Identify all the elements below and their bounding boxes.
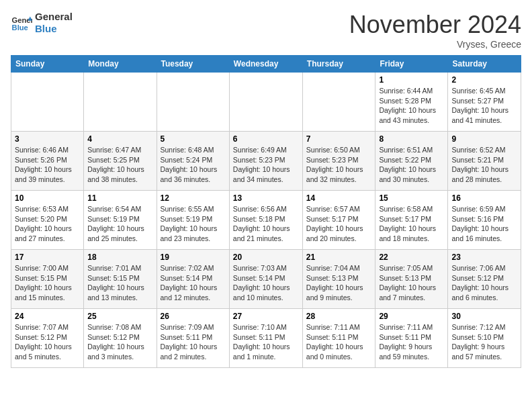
day-info: Sunrise: 7:09 AMSunset: 5:11 PMDaylight:… — [161, 322, 226, 362]
day-info: Sunrise: 6:50 AMSunset: 5:23 PMDaylight:… — [306, 145, 372, 185]
calendar-table: SundayMondayTuesdayWednesdayThursdayFrid… — [11, 55, 521, 368]
logo-blue: Blue — [35, 23, 73, 35]
calendar-cell: 5Sunrise: 6:48 AMSunset: 5:24 PMDaylight… — [157, 132, 229, 191]
calendar-week-row: 3Sunrise: 6:46 AMSunset: 5:26 PMDaylight… — [11, 132, 521, 191]
calendar-cell: 21Sunrise: 7:04 AMSunset: 5:13 PMDayligh… — [302, 250, 375, 309]
calendar-cell: 7Sunrise: 6:50 AMSunset: 5:23 PMDaylight… — [302, 132, 375, 191]
month-title: November 2024 — [349, 11, 521, 39]
day-number: 19 — [161, 253, 226, 262]
calendar-week-row: 24Sunrise: 7:07 AMSunset: 5:12 PMDayligh… — [11, 309, 521, 368]
svg-text:Blue: Blue — [12, 24, 28, 32]
calendar-cell: 19Sunrise: 7:02 AMSunset: 5:14 PMDayligh… — [157, 250, 229, 309]
day-info: Sunrise: 6:46 AMSunset: 5:26 PMDaylight:… — [15, 145, 80, 185]
day-number: 12 — [161, 193, 226, 203]
calendar-day-header: Thursday — [302, 56, 375, 73]
day-number: 15 — [379, 193, 444, 203]
calendar-week-row: 17Sunrise: 7:00 AMSunset: 5:15 PMDayligh… — [11, 250, 521, 309]
day-number: 23 — [451, 253, 517, 262]
logo-general: General — [35, 11, 73, 23]
day-number: 9 — [451, 134, 517, 144]
day-number: 29 — [379, 312, 444, 321]
calendar-week-row: 10Sunrise: 6:53 AMSunset: 5:20 PMDayligh… — [11, 191, 521, 250]
day-info: Sunrise: 7:04 AMSunset: 5:13 PMDaylight:… — [306, 263, 372, 303]
day-number: 11 — [87, 193, 152, 203]
calendar-cell: 4Sunrise: 6:47 AMSunset: 5:25 PMDaylight… — [84, 132, 157, 191]
day-number: 17 — [15, 253, 80, 262]
day-number: 20 — [233, 253, 299, 262]
day-info: Sunrise: 6:55 AMSunset: 5:19 PMDaylight:… — [161, 204, 226, 244]
day-info: Sunrise: 7:11 AMSunset: 5:11 PMDaylight:… — [379, 322, 444, 362]
calendar-cell: 20Sunrise: 7:03 AMSunset: 5:14 PMDayligh… — [229, 250, 302, 309]
day-number: 27 — [233, 312, 299, 321]
calendar-cell: 14Sunrise: 6:57 AMSunset: 5:17 PMDayligh… — [302, 191, 375, 250]
calendar-cell — [11, 73, 84, 132]
calendar-week-row: 1Sunrise: 6:44 AMSunset: 5:28 PMDaylight… — [11, 73, 521, 132]
day-info: Sunrise: 7:08 AMSunset: 5:12 PMDaylight:… — [87, 322, 152, 362]
day-number: 30 — [451, 312, 517, 321]
calendar-cell: 10Sunrise: 6:53 AMSunset: 5:20 PMDayligh… — [11, 191, 84, 250]
day-info: Sunrise: 6:57 AMSunset: 5:17 PMDaylight:… — [306, 204, 372, 244]
calendar-cell: 22Sunrise: 7:05 AMSunset: 5:13 PMDayligh… — [375, 250, 448, 309]
calendar-cell: 13Sunrise: 6:56 AMSunset: 5:18 PMDayligh… — [229, 191, 302, 250]
day-info: Sunrise: 6:56 AMSunset: 5:18 PMDaylight:… — [233, 204, 299, 244]
calendar-cell: 15Sunrise: 6:58 AMSunset: 5:17 PMDayligh… — [375, 191, 448, 250]
day-info: Sunrise: 7:12 AMSunset: 5:10 PMDaylight:… — [451, 322, 517, 362]
calendar-cell: 26Sunrise: 7:09 AMSunset: 5:11 PMDayligh… — [157, 309, 229, 368]
calendar-cell: 2Sunrise: 6:45 AMSunset: 5:27 PMDaylight… — [448, 73, 521, 132]
day-number: 18 — [87, 253, 152, 262]
calendar-day-header: Saturday — [448, 56, 521, 73]
day-info: Sunrise: 7:10 AMSunset: 5:11 PMDaylight:… — [233, 322, 299, 362]
day-info: Sunrise: 7:05 AMSunset: 5:13 PMDaylight:… — [379, 263, 444, 303]
location: Vryses, Greece — [349, 39, 521, 50]
calendar-cell: 8Sunrise: 6:51 AMSunset: 5:22 PMDaylight… — [375, 132, 448, 191]
day-number: 5 — [161, 134, 226, 144]
day-info: Sunrise: 7:06 AMSunset: 5:12 PMDaylight:… — [451, 263, 517, 303]
calendar-day-header: Friday — [375, 56, 448, 73]
day-number: 6 — [233, 134, 299, 144]
calendar-cell — [157, 73, 229, 132]
calendar-cell: 30Sunrise: 7:12 AMSunset: 5:10 PMDayligh… — [448, 309, 521, 368]
day-info: Sunrise: 6:45 AMSunset: 5:27 PMDaylight:… — [451, 86, 517, 126]
day-info: Sunrise: 7:07 AMSunset: 5:12 PMDaylight:… — [15, 322, 80, 362]
day-info: Sunrise: 6:59 AMSunset: 5:16 PMDaylight:… — [451, 204, 517, 244]
day-number: 10 — [15, 193, 80, 203]
day-info: Sunrise: 7:03 AMSunset: 5:14 PMDaylight:… — [233, 263, 299, 303]
calendar-day-header: Sunday — [11, 56, 84, 73]
day-info: Sunrise: 7:01 AMSunset: 5:15 PMDaylight:… — [87, 263, 152, 303]
day-number: 2 — [451, 75, 517, 85]
day-number: 1 — [379, 75, 444, 85]
day-info: Sunrise: 6:58 AMSunset: 5:17 PMDaylight:… — [379, 204, 444, 244]
day-number: 16 — [451, 193, 517, 203]
day-info: Sunrise: 6:53 AMSunset: 5:20 PMDaylight:… — [15, 204, 80, 244]
calendar-cell — [84, 73, 157, 132]
calendar-cell: 3Sunrise: 6:46 AMSunset: 5:26 PMDaylight… — [11, 132, 84, 191]
calendar-cell: 9Sunrise: 6:52 AMSunset: 5:21 PMDaylight… — [448, 132, 521, 191]
calendar-cell: 1Sunrise: 6:44 AMSunset: 5:28 PMDaylight… — [375, 73, 448, 132]
day-info: Sunrise: 7:00 AMSunset: 5:15 PMDaylight:… — [15, 263, 80, 303]
day-info: Sunrise: 6:51 AMSunset: 5:22 PMDaylight:… — [379, 145, 444, 185]
calendar-day-header: Tuesday — [157, 56, 229, 73]
calendar-cell: 18Sunrise: 7:01 AMSunset: 5:15 PMDayligh… — [84, 250, 157, 309]
calendar-header-row: SundayMondayTuesdayWednesdayThursdayFrid… — [11, 56, 521, 73]
day-info: Sunrise: 7:02 AMSunset: 5:14 PMDaylight:… — [161, 263, 226, 303]
calendar-day-header: Monday — [84, 56, 157, 73]
day-number: 26 — [161, 312, 226, 321]
page-header: General Blue General Blue November 2024 … — [11, 11, 521, 50]
calendar-cell: 24Sunrise: 7:07 AMSunset: 5:12 PMDayligh… — [11, 309, 84, 368]
day-number: 14 — [306, 193, 372, 203]
calendar-cell: 27Sunrise: 7:10 AMSunset: 5:11 PMDayligh… — [229, 309, 302, 368]
day-number: 3 — [15, 134, 80, 144]
day-number: 25 — [87, 312, 152, 321]
day-info: Sunrise: 6:47 AMSunset: 5:25 PMDaylight:… — [87, 145, 152, 185]
calendar-cell: 6Sunrise: 6:49 AMSunset: 5:23 PMDaylight… — [229, 132, 302, 191]
calendar-cell — [302, 73, 375, 132]
day-info: Sunrise: 6:44 AMSunset: 5:28 PMDaylight:… — [379, 86, 444, 126]
day-info: Sunrise: 7:11 AMSunset: 5:11 PMDaylight:… — [306, 322, 372, 362]
day-info: Sunrise: 6:54 AMSunset: 5:19 PMDaylight:… — [87, 204, 152, 244]
day-number: 24 — [15, 312, 80, 321]
day-number: 22 — [379, 253, 444, 262]
calendar-cell: 12Sunrise: 6:55 AMSunset: 5:19 PMDayligh… — [157, 191, 229, 250]
day-number: 21 — [306, 253, 372, 262]
logo: General Blue General Blue — [11, 11, 73, 35]
calendar-day-header: Wednesday — [229, 56, 302, 73]
